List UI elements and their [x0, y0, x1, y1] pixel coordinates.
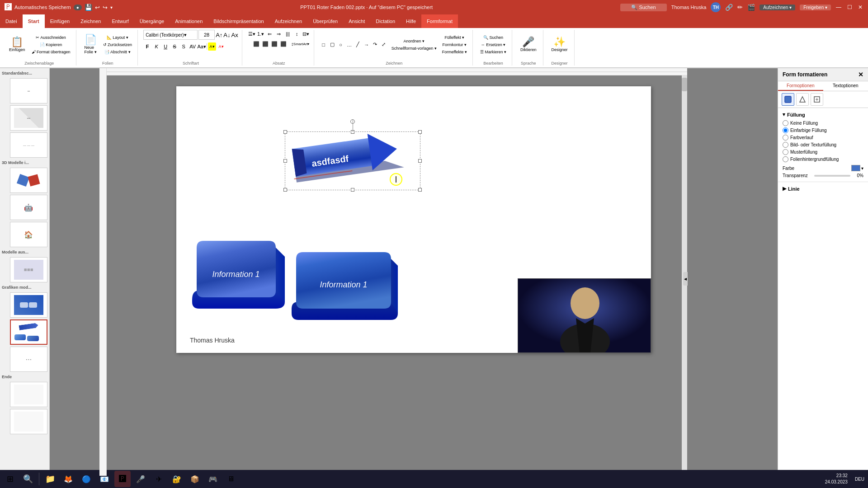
taskbar-clock[interactable]: 23:32 24.03.2023	[825, 473, 851, 485]
btn-suchen[interactable]: 🔍 Suchen	[478, 34, 508, 41]
underline-btn[interactable]: U	[161, 42, 170, 51]
slide-thumb-8[interactable]	[10, 292, 47, 318]
taskbar-keepass[interactable]: 🔐	[169, 471, 185, 487]
pen-icon[interactable]: ✏	[737, 4, 743, 11]
tab-zeichnen[interactable]: Zeichnen	[75, 14, 106, 28]
tab-uebergaenge[interactable]: Übergänge	[134, 14, 170, 28]
radio-keine-input[interactable]	[783, 120, 788, 126]
indent-less-btn[interactable]: ⇐	[266, 30, 274, 38]
font-size-box[interactable]: 28	[198, 30, 215, 40]
btn-3d-left[interactable]: Information 1	[190, 234, 289, 310]
transp-slider[interactable]	[814, 175, 850, 177]
handle-bottomleft[interactable]	[283, 188, 287, 192]
taskbar-package[interactable]: 📦	[187, 471, 203, 487]
btn-formkontur[interactable]: Formkontur ▾	[440, 42, 469, 48]
tab-ueberpruefen[interactable]: Überprüfen	[307, 14, 343, 28]
slide-thumb-5[interactable]: 🤖	[10, 195, 47, 220]
slide-thumb-11[interactable]	[10, 382, 47, 407]
taskbar-telegram[interactable]: ✈	[151, 471, 167, 487]
taskbar-chrome[interactable]: 🔵	[78, 471, 94, 487]
btn-ausschneiden[interactable]: ✂ Ausschneiden	[30, 34, 72, 41]
radio-einfarbig-input[interactable]	[783, 127, 788, 133]
close-panel-btn[interactable]: ✕	[858, 71, 863, 78]
btn-kopieren[interactable]: 📄 Kopieren	[30, 42, 72, 48]
radio-bild[interactable]: Bild- oder Texturfüllung	[783, 142, 863, 148]
share-btn[interactable]: Freigeben ▾	[800, 5, 831, 10]
handle-bottomright[interactable]	[418, 188, 422, 192]
italic-btn[interactable]: K	[152, 42, 160, 51]
radio-keine[interactable]: Keine Füllung	[783, 120, 863, 126]
radio-farbverlauf-input[interactable]	[783, 135, 788, 141]
smartart-btn[interactable]: SmartArt▾	[297, 40, 306, 48]
num-list-btn[interactable]: 1.▾	[257, 30, 265, 38]
handle-right[interactable]	[418, 159, 422, 163]
panel-collapse-btn[interactable]: ◀	[683, 272, 688, 286]
font-family-selector[interactable]: Calibri (Textkörper) ▾	[143, 30, 198, 40]
decrease-font-icon[interactable]: A↓	[223, 32, 230, 38]
btn-designer[interactable]: ✨ Designer	[549, 36, 571, 53]
highlight-btn[interactable]: A▾	[208, 42, 216, 51]
taskbar-search[interactable]: 🔍	[20, 471, 36, 487]
radio-einfarbig[interactable]: Einfarbige Füllung	[783, 127, 863, 133]
auto-save-toggle[interactable]: ●	[74, 5, 82, 10]
taskbar-deu[interactable]: DEU	[855, 477, 864, 482]
undo-icon[interactable]: ↩	[95, 4, 100, 11]
btn-3d-right[interactable]: Information 1	[289, 250, 402, 321]
btn-zuruecksetzen[interactable]: ↺ Zurücksetzen	[101, 42, 134, 48]
tab-aufzeichnen[interactable]: Aufzeichnen	[269, 14, 308, 28]
maximize-btn[interactable]: ☐	[846, 4, 853, 10]
slide-thumb-6[interactable]: 🏠	[10, 222, 47, 247]
tab-praesentation[interactable]: Bildschirmpräsentation	[208, 14, 269, 28]
slide-thumb-2[interactable]: ▪▪▪	[10, 105, 47, 131]
shape-rect[interactable]: □	[320, 41, 328, 49]
tab-formoptionen[interactable]: Formoptionen	[778, 81, 823, 91]
list-btn[interactable]: ☰▾	[248, 30, 256, 38]
handle-topright[interactable]	[418, 130, 422, 134]
search-box[interactable]: 🔍 Suchen	[620, 4, 666, 11]
strikethrough-btn[interactable]: S	[170, 42, 179, 51]
tab-ansicht[interactable]: Ansicht	[343, 14, 370, 28]
btn-schnellformat[interactable]: Schnellformat-vorlagen ▾	[390, 45, 439, 52]
taskbar-firefox[interactable]: 🦊	[60, 471, 76, 487]
shadow-btn[interactable]: S	[179, 42, 188, 51]
btn-anordnen[interactable]: Anordnen ▾	[390, 38, 439, 44]
case-btn[interactable]: Aa▾	[198, 42, 206, 51]
btn-fuelleffekt[interactable]: Fülleffekt ▾	[440, 34, 469, 41]
align-right-btn[interactable]: ⬛	[270, 40, 278, 48]
share-icon[interactable]: 🔗	[725, 4, 733, 11]
shape-more[interactable]: …	[345, 41, 354, 49]
taskbar-explorer[interactable]: 📁	[42, 471, 58, 487]
cols-btn[interactable]: |||	[284, 30, 292, 38]
redo-icon[interactable]: ↪	[103, 4, 108, 11]
canvas-area[interactable]: asdfasdf	[50, 68, 778, 476]
btn-markieren[interactable]: ☰ Markieren ▾	[478, 49, 508, 55]
radio-folienhintergrund[interactable]: Folienhintergrundfüllung	[783, 156, 863, 162]
taskbar-game[interactable]: 🎮	[205, 471, 221, 487]
scroll-thumb[interactable]	[682, 78, 687, 91]
close-btn[interactable]: ✕	[857, 4, 863, 10]
spacing-btn[interactable]: AV	[189, 42, 197, 51]
shape-line[interactable]: ╱	[354, 41, 362, 49]
slide-thumb-1[interactable]: ▪▪	[10, 78, 47, 103]
shape-rounded[interactable]: ▢	[328, 41, 336, 49]
tab-animationen[interactable]: Animationen	[170, 14, 208, 28]
btn-neue-folie[interactable]: 📄 NeueFolie ▾	[82, 34, 99, 55]
slide-thumb-12[interactable]	[10, 409, 47, 434]
increase-font-icon[interactable]: A↑	[216, 32, 222, 38]
radio-bild-input[interactable]	[783, 142, 788, 148]
record-btn[interactable]: Aufzeichnen ▾	[760, 5, 795, 10]
tab-dictation[interactable]: Dictation	[370, 14, 401, 28]
tab-start[interactable]: Start	[23, 14, 45, 28]
farbe-dropdown[interactable]: ▾	[861, 166, 863, 171]
text-dir-btn[interactable]: ↕	[293, 30, 301, 38]
slide-thumb-10[interactable]: ▪ ▪ ▪	[10, 347, 47, 372]
align-center-btn[interactable]: ⬛	[261, 40, 269, 48]
font-color-btn[interactable]: A▾	[217, 42, 225, 51]
tab-einfuegen[interactable]: Einfügen	[45, 14, 75, 28]
tab-textoptionen[interactable]: Textoptionen	[823, 81, 868, 91]
fill-header[interactable]: ▾ Füllung	[783, 112, 863, 117]
btn-format[interactable]: 🖌 Format übertragen	[30, 49, 72, 55]
shape-d-arrow[interactable]: ⤢	[380, 41, 388, 49]
slide-canvas[interactable]: asdfasdf	[176, 86, 651, 353]
indent-more-btn[interactable]: ⇒	[275, 30, 283, 38]
